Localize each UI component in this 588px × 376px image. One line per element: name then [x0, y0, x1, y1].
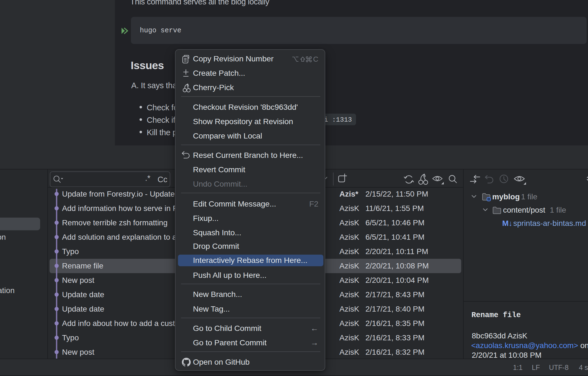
svg-text:C: C — [313, 56, 318, 63]
